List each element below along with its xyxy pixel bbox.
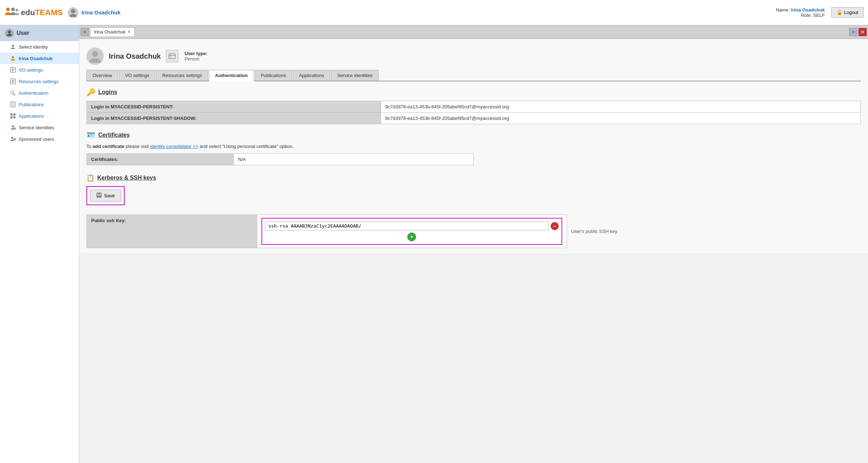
- tab-publications[interactable]: Publications: [255, 70, 292, 81]
- tab-authentication[interactable]: Authentication: [209, 70, 254, 81]
- vo-settings-link[interactable]: VO settings: [19, 67, 43, 73]
- tab-nav-left-button[interactable]: <: [81, 28, 89, 36]
- cert-note-part2: please visit: [125, 144, 151, 149]
- sidebar-item-select-identity[interactable]: Select identity: [0, 41, 79, 53]
- ssh-key-input-cell: − +: [257, 215, 567, 248]
- tab-service-identities[interactable]: Service identities: [331, 70, 379, 81]
- logins-section-title: 🔑 Logins: [86, 88, 861, 96]
- svg-point-29: [14, 138, 16, 140]
- ssh-add-row: +: [265, 233, 559, 241]
- svg-point-25: [12, 125, 14, 127]
- cert-note-part3: and select "Using personal certificate" …: [198, 144, 294, 149]
- certificates-section-title: 🪪 Certificates: [86, 131, 861, 139]
- tab-applications[interactable]: Applications: [293, 70, 330, 81]
- section-tabs: Overview VO settings Resources settings …: [86, 70, 861, 81]
- sidebar-item-label: Select identity: [19, 44, 48, 50]
- ssh-key-table: Public ssh Key: − + User's public: [86, 215, 861, 248]
- user-section-icon: [5, 29, 14, 37]
- sidebar-item-vo-settings[interactable]: VO settings: [0, 64, 79, 76]
- kerberos-title: Kerberos & SSH keys: [97, 175, 156, 181]
- svg-rect-22: [13, 113, 15, 116]
- ssh-key-input[interactable]: [265, 221, 549, 230]
- select-identity-icon: [10, 44, 16, 50]
- applications-link[interactable]: Applications: [19, 113, 44, 119]
- sidebar-item-authentication[interactable]: Authentication: [0, 87, 79, 99]
- tab-nav-right-button[interactable]: >: [849, 28, 857, 36]
- logout-icon: 🔓: [837, 10, 842, 15]
- sidebar-item-resources-settings[interactable]: Resources settings: [0, 76, 79, 87]
- logo: eduTEAMS: [4, 6, 63, 19]
- svg-point-5: [12, 45, 14, 47]
- header-user: Irina Osadchuk: [68, 7, 120, 18]
- svg-rect-36: [97, 195, 101, 197]
- save-icon: [96, 192, 102, 199]
- cert-row: Certificates: N/A: [87, 154, 474, 165]
- user-type-label: User type:: [185, 51, 208, 56]
- svg-point-4: [8, 31, 11, 33]
- service-identities-label: Service identities: [19, 125, 54, 130]
- svg-rect-23: [10, 116, 13, 118]
- tab-bar: < Irina Osadchuk ✕ > ✕: [79, 25, 868, 39]
- save-button[interactable]: Save: [90, 190, 121, 202]
- login-row-1: Login in MYACCESSID-PERSISTENT: 9c7d3978…: [87, 101, 861, 113]
- svg-point-0: [6, 8, 10, 11]
- login-label-2: Login in MYACCESSID-PERSISTENT-SHADOW:: [87, 113, 381, 124]
- certificate-icon: 🪪: [86, 131, 95, 139]
- sponsored-users-label: Sponsored users: [19, 136, 54, 142]
- authentication-link[interactable]: Authentication: [19, 90, 48, 96]
- login-label-1: Login in MYACCESSID-PERSISTENT:: [87, 101, 381, 113]
- profile-edit-button[interactable]: [166, 50, 178, 62]
- header-info: Name: Irina Osadchuk Role: SELF: [776, 7, 825, 18]
- certificates-title: Certificates: [98, 132, 130, 138]
- ssh-add-button[interactable]: +: [407, 233, 416, 241]
- sidebar-item-applications[interactable]: Applications: [0, 110, 79, 122]
- tab-close-icon[interactable]: ✕: [127, 30, 131, 34]
- name-label: Name:: [776, 7, 789, 13]
- svg-line-16: [13, 94, 15, 95]
- svg-point-2: [15, 9, 18, 12]
- tab-vo-settings[interactable]: VO settings: [119, 70, 155, 81]
- authentication-icon: [10, 90, 16, 96]
- svg-point-3: [71, 9, 75, 13]
- svg-rect-31: [169, 54, 175, 59]
- logout-button[interactable]: 🔓 Logout: [831, 7, 864, 18]
- svg-point-30: [92, 51, 98, 57]
- cert-note-bold: add certificate: [93, 144, 124, 149]
- tab-irina-osadchuk[interactable]: Irina Osadchuk ✕: [90, 27, 135, 36]
- tabs-container: Irina Osadchuk ✕: [89, 27, 849, 36]
- kerberos-icon: 📋: [86, 174, 94, 182]
- sidebar-header: User: [0, 25, 79, 41]
- svg-point-28: [11, 137, 13, 139]
- login-row-2: Login in MYACCESSID-PERSISTENT-SHADOW: 9…: [87, 113, 861, 124]
- svg-rect-21: [10, 113, 13, 116]
- cert-label: Certificates:: [87, 154, 234, 165]
- irina-link[interactable]: Irina Osadchuk: [19, 56, 53, 61]
- ssh-remove-button[interactable]: −: [551, 222, 559, 230]
- tab-close-all-button[interactable]: ✕: [859, 28, 867, 36]
- sidebar-item-publications[interactable]: Publications: [0, 99, 79, 110]
- header: eduTEAMS Irina Osadchuk Name: Irina Osad…: [0, 0, 868, 25]
- cert-note-part1: To: [86, 144, 93, 149]
- logo-edu: edu: [21, 8, 35, 17]
- resources-settings-icon: [10, 78, 16, 84]
- certificates-table: Certificates: N/A: [86, 153, 474, 165]
- profile-name: Irina Osadchuk: [109, 52, 161, 60]
- svg-point-15: [11, 91, 14, 94]
- sidebar-item-irina-osadchuk[interactable]: Irina Osadchuk: [0, 53, 79, 64]
- publications-link[interactable]: Publications: [19, 102, 44, 107]
- identity-consolidator-link[interactable]: identity consolidator >>: [150, 144, 198, 149]
- header-role-row: Role: SELF: [776, 13, 825, 18]
- tab-resources-settings[interactable]: Resources settings: [156, 70, 208, 81]
- irina-icon: [10, 55, 16, 61]
- svg-point-6: [12, 56, 14, 58]
- ssh-key-label: Public ssh Key:: [87, 215, 257, 248]
- sidebar: User Select identity Irina Osadchuk: [0, 25, 79, 463]
- logout-label: Logout: [844, 10, 858, 15]
- content-area: Irina Osadchuk User type: Person Overvie…: [79, 39, 868, 253]
- key-icon: 🔑: [86, 88, 95, 96]
- resources-settings-link[interactable]: Resources settings: [19, 79, 59, 84]
- logins-title: Logins: [98, 89, 117, 95]
- logins-table: Login in MYACCESSID-PERSISTENT: 9c7d3978…: [86, 101, 861, 124]
- tab-overview[interactable]: Overview: [86, 70, 118, 81]
- kerberos-section-title: 📋 Kerberos & SSH keys: [86, 174, 861, 182]
